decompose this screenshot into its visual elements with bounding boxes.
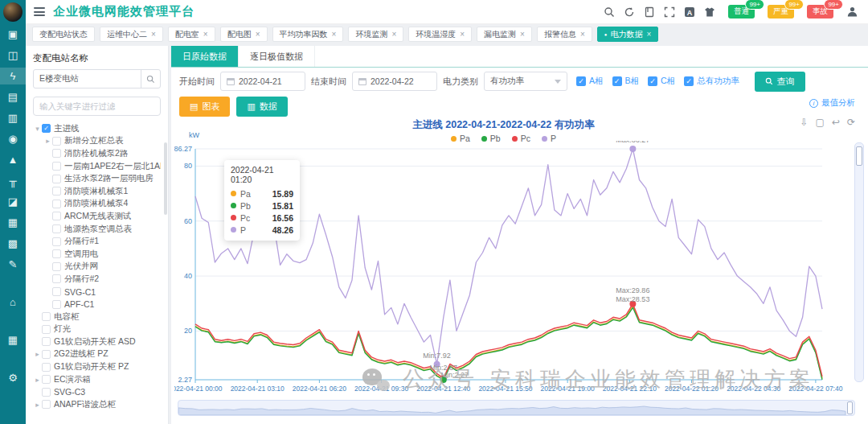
tree-checkbox[interactable] [42, 400, 51, 409]
tree-item[interactable]: 一层南1APE2右一层北1APE1左 [33, 160, 161, 173]
tree-checkbox[interactable] [52, 287, 61, 296]
close-tab-icon[interactable]: × [332, 30, 337, 39]
device-icon[interactable]: ◪ [0, 193, 26, 210]
tree-checkbox[interactable] [42, 375, 51, 384]
tree-item[interactable]: APF-C1 [33, 298, 161, 311]
theme-icon[interactable] [703, 6, 715, 18]
datazoom-vertical-slider[interactable] [854, 142, 864, 382]
workspace-tab[interactable]: 运维中心二× [100, 27, 163, 42]
refresh-icon[interactable] [623, 6, 635, 18]
energy-icon[interactable]: ϟ [0, 68, 26, 84]
fullscreen-icon[interactable] [663, 6, 675, 18]
close-tab-icon[interactable]: × [203, 30, 208, 39]
start-date-input[interactable]: 2022-04-21 [220, 72, 305, 91]
tree-item[interactable]: G1软启动开关柜 PZ [33, 360, 161, 373]
archive-icon[interactable]: ▤ [0, 89, 26, 105]
search-icon[interactable] [603, 6, 615, 18]
tree-checkbox[interactable] [52, 162, 61, 171]
tree-item[interactable]: 光伏并网 [33, 261, 161, 274]
close-tab-icon[interactable]: × [580, 30, 585, 39]
tree-filter-input[interactable] [33, 97, 161, 116]
tree-checkbox[interactable] [42, 312, 51, 321]
workspace-tab[interactable]: 配电图× [220, 27, 268, 42]
query-button[interactable]: 查询 [755, 72, 805, 92]
tower-icon[interactable]: ▲ [0, 151, 26, 168]
tree-item[interactable]: ▸新增分立柜总表 [33, 135, 161, 148]
close-tab-icon[interactable]: × [256, 30, 260, 39]
bar-chart-icon[interactable]: ▥ [0, 109, 26, 126]
user-icon[interactable] [846, 6, 858, 18]
datazoom-handle[interactable] [856, 146, 862, 166]
alarm-badge[interactable]: 事故99+ [807, 5, 833, 19]
refresh-icon[interactable]: ⟳ [847, 117, 855, 128]
logo-avatar[interactable] [3, 2, 23, 22]
form-icon[interactable]: ▦ [0, 214, 26, 231]
phase-checkbox-总有功功率[interactable]: ✓总有功功率 [684, 76, 739, 87]
tree-checkbox[interactable] [42, 350, 51, 359]
workspace-tab[interactable]: 环境监测× [348, 27, 403, 42]
tree-caret-icon[interactable]: ▸ [33, 376, 42, 384]
tree-checkbox[interactable] [52, 237, 61, 246]
tree-checkbox[interactable] [52, 187, 61, 196]
tree-checkbox[interactable]: ✓ [42, 124, 51, 133]
tree-item[interactable]: 空调用电 [33, 248, 161, 261]
edit-icon[interactable]: ✎ [0, 256, 26, 273]
tree-item[interactable]: ▸2G2进线柜 PZ [33, 348, 161, 361]
tree-checkbox[interactable] [52, 224, 61, 233]
datazoom-handle[interactable] [847, 401, 853, 414]
tab-daily-raw-data[interactable]: 日原始数据 [171, 46, 239, 67]
tree-item[interactable]: ▸EC演示箱 [33, 373, 161, 386]
tree-checkbox[interactable] [52, 175, 61, 183]
screen-icon[interactable]: ◫ [0, 47, 26, 64]
chart-view-button[interactable]: ▤ 图表 [179, 97, 230, 117]
station-select-input[interactable]: E楼变电站 [33, 69, 161, 89]
tools-icon[interactable]: ⚙ [0, 369, 26, 386]
tree-checkbox[interactable] [52, 300, 61, 309]
power-category-select[interactable]: 有功功率 [484, 72, 567, 91]
close-tab-icon[interactable]: × [646, 30, 651, 39]
tree-item[interactable]: ▾✓主进线 [33, 122, 161, 135]
station-search-icon[interactable] [141, 70, 160, 88]
tree-checkbox[interactable] [52, 274, 61, 283]
tree-checkbox[interactable] [42, 325, 51, 334]
alarm-badge[interactable]: 严重99+ [768, 5, 794, 19]
tree-item[interactable]: ARCM无线表测试 [33, 210, 161, 223]
pole-icon[interactable]: ╥ [0, 172, 26, 189]
alarm-badge[interactable]: 普通99+ [728, 5, 755, 19]
grid-icon[interactable]: ▦ [0, 331, 26, 348]
tree-scrollbar[interactable] [164, 142, 167, 215]
tree-item[interactable]: 分隔行#2 [33, 273, 161, 286]
datazoom-horizontal-slider[interactable] [178, 400, 855, 416]
tree-checkbox[interactable] [42, 337, 51, 346]
close-tab-icon[interactable]: × [460, 30, 465, 39]
home-icon[interactable]: ⌂ [0, 294, 26, 311]
tree-item[interactable]: G1软启动开关柜 ASD [33, 335, 161, 348]
tree-checkbox[interactable] [52, 149, 61, 158]
tree-item[interactable]: 消防栓机械泵2路 [33, 147, 161, 160]
workspace-tab[interactable]: ●电力数据× [597, 27, 658, 42]
bookmark-icon[interactable] [643, 6, 655, 18]
tree-checkbox[interactable] [52, 249, 61, 258]
data-view-button[interactable]: ▥ 数据 [236, 97, 287, 117]
tree-caret-icon[interactable]: ▸ [33, 350, 42, 358]
camera-icon[interactable]: ◉ [0, 130, 26, 147]
monitor-icon[interactable]: ▣ [0, 26, 26, 43]
close-tab-icon[interactable]: × [520, 30, 525, 39]
workspace-tab[interactable]: 配电室× [168, 27, 215, 42]
tree-item[interactable]: 分隔行#1 [33, 235, 161, 248]
workspace-tab[interactable]: 平均功率因数× [272, 27, 344, 42]
phase-checkbox-C相[interactable]: ✓C相 [648, 76, 675, 87]
tree-item[interactable]: ▸ANAPF谐波总柜 [33, 398, 161, 411]
tree-caret-icon[interactable]: ▸ [43, 137, 52, 145]
workspace-tab[interactable]: 报警信息× [537, 27, 592, 42]
phase-checkbox-A相[interactable]: ✓A相 [576, 76, 604, 87]
workspace-tab[interactable]: 变配电站状态 [32, 27, 95, 42]
tab-daily-extreme-data[interactable]: 逐日极值数据 [239, 46, 315, 67]
tree-checkbox[interactable] [52, 212, 61, 220]
translate-icon[interactable]: A [683, 6, 695, 18]
tree-item[interactable]: 电容柜 [33, 311, 161, 323]
tree-checkbox[interactable] [42, 363, 51, 372]
menu-toggle-icon[interactable] [34, 7, 45, 16]
tree-item[interactable]: SVG-C3 [33, 385, 161, 398]
close-tab-icon[interactable]: × [391, 30, 396, 39]
